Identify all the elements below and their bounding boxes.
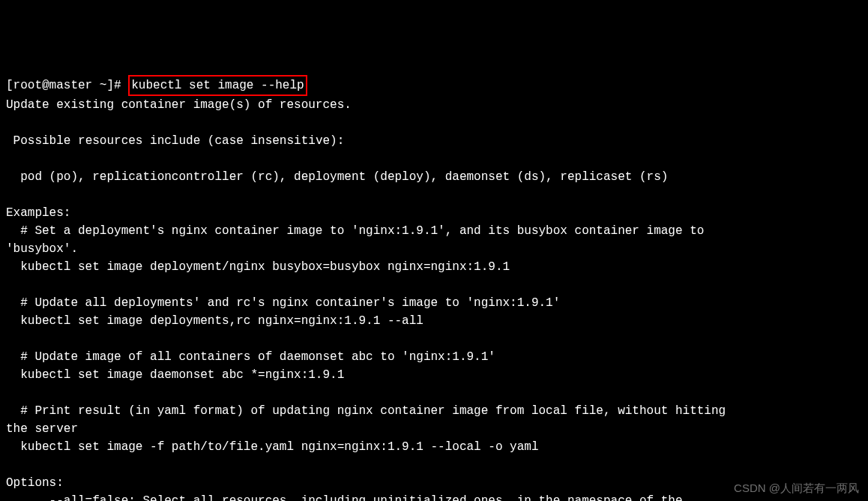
example-comment: # Set a deployment's nginx container ima… <box>6 224 704 256</box>
options-header: Options: <box>6 476 64 490</box>
example-comment: # Print result (in yaml format) of updat… <box>6 404 726 436</box>
output-line: Possible resources include (case insensi… <box>6 134 344 148</box>
output-line: pod (po), replicationcontroller (rc), de… <box>6 170 668 184</box>
terminal-output: [root@master ~]# kubectl set image --hel… <box>6 75 862 501</box>
examples-header: Examples: <box>6 206 70 220</box>
example-command: kubectl set image deployments,rc nginx=n… <box>6 314 424 328</box>
example-comment: # Update image of all containers of daem… <box>6 350 495 364</box>
output-line: Update existing container image(s) of re… <box>6 98 352 112</box>
shell-prompt: [root@master ~]# <box>6 79 128 92</box>
example-command: kubectl set image -f path/to/file.yaml n… <box>6 440 539 454</box>
highlighted-command: kubectl set image --help <box>128 75 307 96</box>
example-comment: # Update all deployments' and rc's nginx… <box>6 296 560 310</box>
watermark: CSDN @人间若有一两风 <box>734 480 859 497</box>
example-command: kubectl set image daemonset abc *=nginx:… <box>6 368 344 382</box>
option-line: --all=false: Select all resources, inclu… <box>6 494 683 501</box>
example-command: kubectl set image deployment/nginx busyb… <box>6 260 510 274</box>
